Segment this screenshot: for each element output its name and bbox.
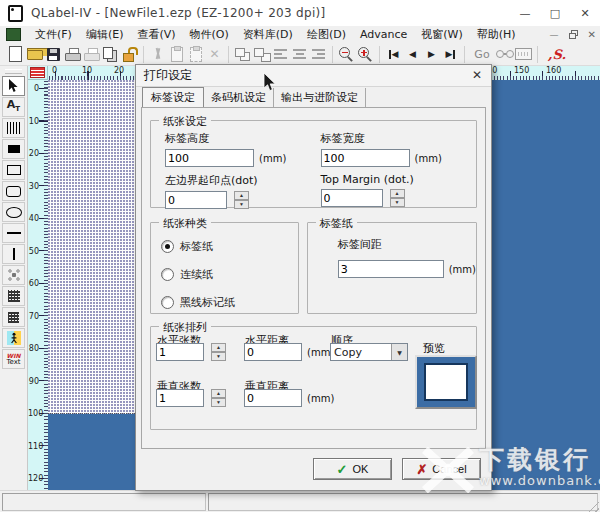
rectangle-tool-button[interactable] [2,160,25,180]
nav-last-icon: ▶ [446,49,456,59]
v-count-spin-up[interactable]: ▲ [211,389,226,398]
win-text-tool-button[interactable]: WIN Text [2,349,25,369]
copy-object-button[interactable] [101,45,120,64]
view-button[interactable] [495,45,514,64]
h-count-spin-up[interactable]: ▲ [211,343,226,352]
ellipse-tool-button[interactable] [2,202,25,222]
menu-view[interactable]: 查看(V) [130,27,182,42]
top-margin-input[interactable] [321,189,383,207]
filled-rectangle-tool-button[interactable] [2,139,25,159]
graphic-tool-button[interactable] [2,265,25,285]
palette-grip[interactable] [5,69,22,74]
left-origin-input[interactable] [165,191,227,209]
group-button[interactable] [233,45,252,64]
v-count-input[interactable] [156,389,204,407]
align-right-button [309,45,328,64]
h-count-spin-down[interactable]: ▼ [211,352,226,361]
zoom-in-button[interactable] [356,45,375,64]
zoom-out-button[interactable] [337,45,356,64]
dialog-close-button[interactable]: ✕ [468,67,486,83]
radio-icon [161,296,174,309]
menu-advance[interactable]: Advance [353,28,414,41]
paper-type-option-label[interactable]: 标签纸 [161,239,298,254]
qrcode-tool-button[interactable] [2,286,25,306]
nav-first-button[interactable]: ◀ [384,45,403,64]
label-width-label: 标签宽度 [321,131,477,146]
unlock-button[interactable] [120,45,139,64]
print-batch-button[interactable] [82,45,101,64]
close-button[interactable]: ✕ [570,0,600,26]
tab-label-settings[interactable]: 标签设定 [142,87,204,108]
text-tool-button[interactable]: AT [2,97,25,117]
menu-database[interactable]: 资料库(D) [236,27,300,42]
mdi-minimize-button[interactable]: — [550,30,559,40]
nav-next-icon: ▶ [428,49,435,59]
mdi-restore-button[interactable] [569,30,578,39]
maximize-button[interactable]: □ [540,0,570,26]
menu-object[interactable]: 物件(O) [183,27,236,42]
unlock-icon [123,47,136,62]
menu-help[interactable]: 帮助(H) [470,27,523,42]
nav-last-button[interactable]: ▶ [441,45,460,64]
nav-prev-button[interactable]: ◀ [403,45,422,64]
signature-button[interactable]: ,S. [542,45,572,64]
save-button[interactable] [44,45,63,64]
nav-next-button[interactable]: ▶ [422,45,441,64]
align-left-icon [274,49,287,59]
vertical-line-tool-button[interactable] [2,244,25,264]
new-document-button[interactable] [6,45,25,64]
ok-button[interactable]: ✓ OK [313,458,392,480]
copy-icon [103,47,118,61]
minimize-button[interactable]: — [510,0,540,26]
h-distance-input[interactable] [244,343,302,361]
top-margin-spin-up[interactable]: ▲ [390,189,405,198]
print-button[interactable] [63,45,82,64]
v-count-spin-down[interactable]: ▼ [211,398,226,407]
menu-file[interactable]: 文件(F) [28,27,79,42]
tab-printer-settings[interactable]: 条码机设定 [204,88,274,107]
go-button[interactable]: Go [469,45,495,64]
top-margin-spin-down[interactable]: ▼ [390,198,405,207]
v-distance-input[interactable] [244,389,302,407]
label-height-input[interactable] [165,149,254,167]
label-gap-input[interactable] [338,260,444,278]
horizontal-line-tool-button[interactable] [2,223,25,243]
cut-button [148,45,167,64]
left-origin-spin-down[interactable]: ▼ [234,200,249,209]
order-combobox[interactable]: Copy ▼ [330,343,408,361]
menu-edit[interactable]: 编辑(E) [79,27,131,42]
keyboard-button[interactable] [514,45,533,64]
wizard-tool-button[interactable] [2,328,25,348]
nav-first-icon: ◀ [389,49,399,59]
select-tool-button[interactable] [2,76,25,96]
combo-dropdown-button[interactable]: ▼ [391,344,407,360]
spin-down-icon: ▼ [216,400,221,405]
hruler-tick: 20 [114,66,124,75]
label-width-input[interactable] [321,149,410,167]
rounded-rectangle-icon [6,186,21,197]
ruler-corner[interactable] [28,66,48,80]
cancel-button[interactable]: ✗ Cancel [402,458,481,480]
rounded-rectangle-tool-button[interactable] [2,181,25,201]
datamatrix-tool-button[interactable] [2,307,25,327]
paper-type-option-blackmark[interactable]: 黑线标记纸 [161,295,298,310]
ungroup-button[interactable] [252,45,271,64]
status-bar [0,490,600,512]
spin-down-icon: ▼ [239,202,244,207]
left-origin-spin-up[interactable]: ▲ [234,191,249,200]
group-icon [235,48,250,61]
mdi-close-button[interactable]: ✕ [588,29,596,40]
menu-window[interactable]: 视窗(W) [414,27,469,42]
open-folder-icon [27,48,43,60]
label-height-unit: (mm) [259,153,286,164]
tab-output-advanced-settings[interactable]: 输出与进阶设定 [274,88,366,107]
dialog-titlebar[interactable]: 打印设定 ✕ [136,65,491,87]
glasses-icon [496,50,514,58]
barcode-tool-button[interactable] [2,118,25,138]
open-button[interactable] [25,45,44,64]
datamatrix-icon [8,312,19,323]
paper-type-option-continuous[interactable]: 连续纸 [161,267,298,282]
h-count-input[interactable] [156,343,204,361]
menu-draw[interactable]: 绘图(D) [300,27,353,42]
mdi-document-icon[interactable] [6,28,21,41]
